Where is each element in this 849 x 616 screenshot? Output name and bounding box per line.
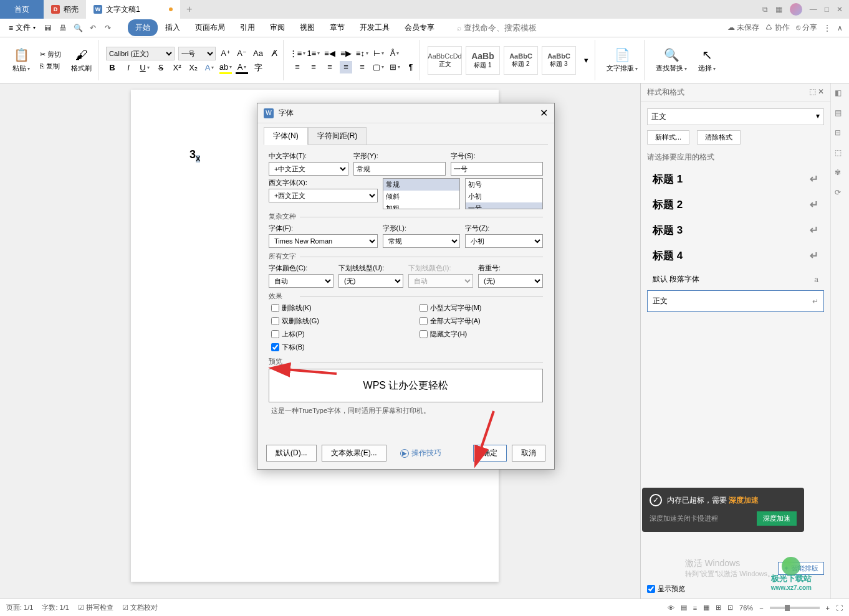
font-style-list[interactable]: 常规 倾斜 加粗 xyxy=(383,178,461,209)
chk-subscript[interactable]: 下标(B) xyxy=(271,343,395,352)
tab-view[interactable]: 视图 xyxy=(292,19,322,36)
share-button[interactable]: ⎋ 分享 xyxy=(796,22,817,33)
italic-button[interactable]: I xyxy=(122,62,135,74)
align-justify-icon[interactable]: ≡ xyxy=(340,61,352,73)
tab-page-layout[interactable]: 页面布局 xyxy=(188,19,233,36)
clear-format-button[interactable]: 清除格式 xyxy=(697,130,741,145)
style-item-h3[interactable]: 标题 3↵ xyxy=(647,217,824,243)
underline-select[interactable]: (无) xyxy=(338,274,403,288)
zoom-value[interactable]: 76% xyxy=(739,604,753,612)
zoom-slider[interactable] xyxy=(770,607,820,609)
shading-icon[interactable]: ▢ xyxy=(372,61,385,73)
phonetic-button[interactable]: 字 xyxy=(252,62,264,74)
zoom-out-button[interactable]: − xyxy=(759,604,763,612)
minimize-button[interactable]: — xyxy=(810,5,817,14)
find-replace-button[interactable]: 🔍查找替换 xyxy=(652,46,691,74)
line-spacing-icon[interactable]: ≡↕ xyxy=(356,47,368,60)
font-color-select[interactable]: 自动 xyxy=(269,274,333,288)
unsaved-indicator[interactable]: ☁ 未保存 xyxy=(727,22,759,33)
superscript-button[interactable]: X² xyxy=(171,62,183,74)
font-size-list[interactable]: 初号 小初 一号 xyxy=(465,178,543,209)
side-limit-icon[interactable]: ⊟ xyxy=(835,128,846,140)
view-page-icon[interactable]: ▤ xyxy=(681,604,687,612)
clear-format-icon[interactable]: A̸ xyxy=(268,47,281,60)
align-distribute-icon[interactable]: ≡ xyxy=(356,61,368,73)
subscript-button[interactable]: X₂ xyxy=(187,62,199,74)
page-indicator[interactable]: 页面: 1/1 xyxy=(6,603,33,612)
writing-direction-icon[interactable]: Å xyxy=(388,47,401,60)
tab-start[interactable]: 开始 xyxy=(128,19,158,36)
dialog-tab-spacing[interactable]: 字符间距(R) xyxy=(308,127,367,145)
style-heading3[interactable]: AaBbC标题 3 xyxy=(542,46,576,75)
search-input[interactable] xyxy=(464,23,576,32)
bullet-list-icon[interactable]: ⋮≡ xyxy=(291,47,304,60)
text-layout-button[interactable]: 📄文字排版 xyxy=(603,46,641,74)
ok-button[interactable]: 确定 xyxy=(473,445,507,462)
style-more-icon[interactable]: ▾ xyxy=(580,54,592,67)
cn-font-select[interactable]: +中文正文 xyxy=(269,162,348,176)
tab-home[interactable]: 首页 xyxy=(0,0,44,19)
redo-icon[interactable]: ↷ xyxy=(103,23,113,33)
align-left-icon[interactable]: ≡ xyxy=(291,61,304,73)
list-item[interactable]: 一号 xyxy=(466,202,542,209)
en-font-select[interactable]: +西文正文 xyxy=(269,189,378,202)
window-layout-icon[interactable]: ⧉ xyxy=(762,5,768,14)
increase-indent-icon[interactable]: ≡▶ xyxy=(340,47,352,60)
reading-mode-icon[interactable]: 👁 xyxy=(668,604,674,612)
view-web-icon[interactable]: ▦ xyxy=(703,604,709,612)
side-expand-icon[interactable]: ◧ xyxy=(835,88,846,100)
dialog-close-button[interactable]: ✕ xyxy=(540,107,548,119)
strikethrough-button[interactable]: S̶ xyxy=(155,62,167,74)
tab-member[interactable]: 会员专享 xyxy=(397,19,442,36)
print-preview-icon[interactable]: 🔍 xyxy=(73,23,83,33)
proofread-toggle[interactable]: ☑ 文档校对 xyxy=(122,603,158,612)
maximize-button[interactable]: □ xyxy=(825,5,829,14)
dialog-tab-font[interactable]: 字体(N) xyxy=(264,127,308,145)
apps-icon[interactable]: ▦ xyxy=(775,5,782,14)
select-button[interactable]: ↖选择 xyxy=(694,46,719,74)
style-l-select[interactable]: 常规 xyxy=(383,234,461,248)
side-style-icon[interactable]: ▤ xyxy=(835,108,846,120)
size-z-select[interactable]: 小初 xyxy=(465,234,543,248)
emphasis-select[interactable]: (无) xyxy=(478,274,543,288)
style-item-normal[interactable]: 正文↵ xyxy=(647,290,824,312)
side-select-icon[interactable]: ⬚ xyxy=(835,148,846,159)
file-menu[interactable]: ≡ 文件 ▾ xyxy=(6,21,38,34)
style-heading1[interactable]: AaBb标题 1 xyxy=(466,46,500,75)
tips-link[interactable]: ▶ 操作技巧 xyxy=(391,445,450,462)
show-marks-icon[interactable]: ¶ xyxy=(405,61,417,73)
chk-double-strikethrough[interactable]: 双删除线(G) xyxy=(271,316,395,326)
zoom-fit-icon[interactable]: ⊡ xyxy=(727,604,733,612)
panel-close-icon[interactable]: ✕ xyxy=(818,87,824,96)
dialog-title-bar[interactable]: W 字体 ✕ xyxy=(257,103,554,123)
format-painter-button[interactable]: 🖌格式刷 xyxy=(67,47,95,74)
style-item-h2[interactable]: 标题 2↵ xyxy=(647,192,824,217)
word-count[interactable]: 字数: 1/1 xyxy=(42,603,69,612)
font-size-select[interactable]: 一号 xyxy=(178,47,216,60)
deep-accelerate-button[interactable]: 深度加速 xyxy=(757,511,797,526)
align-right-icon[interactable]: ≡ xyxy=(324,61,336,73)
decrease-indent-icon[interactable]: ≡◀ xyxy=(324,47,336,60)
list-item[interactable]: 加粗 xyxy=(383,202,460,209)
tab-docer[interactable]: D 稻壳 xyxy=(44,0,86,19)
chk-smallcaps[interactable]: 小型大写字母(M) xyxy=(420,303,543,313)
menu-more-icon[interactable]: ⋮ xyxy=(823,24,831,32)
undo-icon[interactable]: ↶ xyxy=(88,23,98,33)
side-backup-icon[interactable]: ⟳ xyxy=(835,188,846,199)
zoom-in-button[interactable]: + xyxy=(826,604,830,612)
font-color-button[interactable]: A xyxy=(236,62,248,74)
avatar[interactable] xyxy=(790,3,802,16)
underline-button[interactable]: U xyxy=(138,62,151,74)
list-item[interactable]: 初号 xyxy=(466,179,542,191)
tab-chapter[interactable]: 章节 xyxy=(322,19,352,36)
style-heading2[interactable]: AaBbC标题 2 xyxy=(504,46,538,75)
tab-review[interactable]: 审阅 xyxy=(262,19,292,36)
list-item[interactable]: 倾斜 xyxy=(383,191,460,202)
tab-reference[interactable]: 引用 xyxy=(233,19,262,36)
close-window-button[interactable]: ✕ xyxy=(837,5,843,14)
font-style-input[interactable] xyxy=(353,162,446,176)
fullscreen-icon[interactable]: ⛶ xyxy=(836,604,843,612)
tab-document[interactable]: W 文字文稿1 xyxy=(86,0,180,19)
style-item-h4[interactable]: 标题 4↵ xyxy=(647,243,824,268)
cut-button[interactable]: ✂ 剪切 xyxy=(37,49,64,60)
